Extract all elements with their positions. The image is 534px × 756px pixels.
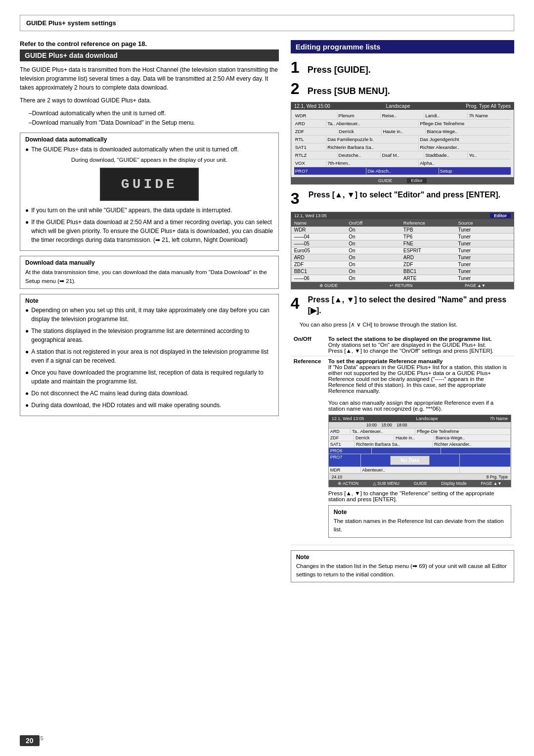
er6-name: ZDF (293, 262, 348, 267)
er3-src: Tuner (457, 241, 512, 246)
s1r2c2: Ta.. Abenteuer.. (326, 120, 419, 127)
s3r2c1: ZDF (329, 435, 354, 441)
s3r1c2: Ta.. Abenteuer.. (351, 428, 415, 434)
guide-display: GUIDE (100, 168, 199, 201)
editor-title-label: Editor (490, 213, 511, 218)
screen-1-date: 12.1, Wed 15:00 (294, 103, 330, 109)
s3r3: SAT1Richterin Barbara Sa..Richter Alexan… (329, 441, 511, 448)
note-bullet-dot-6: ● (25, 401, 29, 410)
dash-item-1: –Download automatically when the unit is… (29, 109, 279, 118)
step-3-container: 3 Press [▲, ▼] to select "Editor" and pr… (291, 189, 514, 208)
note-bullet-dot-4: ● (25, 368, 29, 377)
er7-name: BBC1 (293, 269, 348, 274)
editor-rows: WDR On TPB Tuner ——04 On TP6 Tuner ——05 … (291, 227, 514, 282)
s3r4c2 (372, 448, 442, 454)
s3r6c1: MDR (329, 467, 361, 473)
editor-date: 12.1, Wed 13:05 (294, 213, 327, 218)
note-bullet-5: ●Do not disconnect the AC mains lead dur… (25, 389, 273, 398)
nodata-label: No Data (390, 456, 430, 465)
intro-text: The GUIDE Plus+ data is transmitted from… (20, 65, 279, 92)
editor-row-4: Euro05 On ESPRIT Tuner (291, 247, 514, 254)
step-4-text: Press [▲, ▼] to select the desired "Name… (308, 294, 514, 317)
s3r1c1: ARD (329, 428, 351, 434)
s1r6c3: Dsaf M.. (381, 152, 424, 158)
editor-row-5: ARD On ARD Tuner (291, 254, 514, 261)
s3-bottom-date: 24.10 (332, 474, 342, 479)
s1r1c4: Landi.. (424, 112, 468, 119)
note-bullet-2: ●The stations displayed in the televisio… (25, 327, 273, 344)
s3r3c2: Richterin Barbara Sa.. (355, 441, 433, 447)
step-3-text: Press [▲, ▼] to select "Editor" and pres… (309, 189, 500, 200)
bullet-dot-2: ● (25, 206, 29, 215)
er2-name: ——04 (293, 234, 348, 239)
ways-text: There are 2 ways to download GUIDE Plus+… (20, 96, 279, 105)
er7-ref: BBC1 (402, 269, 457, 274)
editor-row-8: ——06 On ARTE Tuner (291, 275, 514, 282)
er2-src: Tuner (457, 234, 512, 239)
s1r1: WDRPlenumReise..Landi..7h Name (294, 112, 511, 120)
s1r8c1: PRO7 (294, 168, 366, 174)
step-4-container: 4 Press [▲, ▼] to select the desired "Na… (291, 294, 514, 329)
s1r4c2: Das Familienpuzzle b. (326, 136, 419, 142)
s3r6c3 (460, 467, 511, 473)
screen-3-header: 12.1, Wed 13:05 Landscape 7h Name (329, 415, 511, 422)
s1r4c1: RTL (294, 136, 327, 142)
s3f-page: PAGE ▲▼ (481, 481, 501, 486)
two-col-layout: Refer to the control reference on page 1… (20, 40, 514, 587)
s1r8c2: Die Absch.. (366, 168, 439, 174)
s1r3: ZDFDerrickHaute in..Bianca-Wege.. (294, 128, 511, 136)
s1r2: ARDTa.. Abenteuer..Pflege-Die Teilnehme (294, 120, 511, 128)
screen-1-body: WDRPlenumReise..Landi..7h Name ARDTa.. A… (291, 110, 514, 177)
ref-note-box: Note The station names in the Reference … (328, 505, 511, 538)
editor-row-7: BBC1 On BBC1 Tuner (291, 268, 514, 275)
s3-date: 12.1, Wed 13:05 (332, 416, 364, 421)
step-4-row: 4 Press [▲, ▼] to select the desired "Na… (291, 294, 514, 321)
note-bullet-dot-2: ● (25, 327, 29, 335)
s3r3c3: Richter Alexander.. (433, 441, 511, 447)
er3-name: ——05 (293, 241, 348, 246)
onoff-text2: Press [▲, ▼] to change the "On/Off" sett… (328, 348, 493, 354)
er1-name: WDR (293, 227, 348, 233)
s1r3c4: Bianca-Wege.. (426, 128, 511, 135)
editor-row-2: ——04 On TP6 Tuner (291, 234, 514, 240)
onoff-content: To select the stations to be displayed o… (325, 334, 514, 356)
bullet-dot-1: ● (25, 145, 29, 154)
editor-hdr-src: Source (457, 220, 512, 226)
right-column: Editing programme lists 1 Press [GUIDE].… (291, 40, 514, 587)
screen-1: 12.1, Wed 15:00 Landscape Prog. Type All… (291, 102, 514, 185)
screen-3-footer: ⊕ ACTION △ SUB MENU GUIDE Display Mode P… (329, 480, 511, 487)
editor-hdr-ref: Reference (402, 220, 457, 226)
note-title: Note (25, 297, 273, 304)
s1r1c1: WDR (294, 112, 338, 119)
dash-list: –Download automatically when the unit is… (29, 109, 279, 128)
top-section-title: GUIDE Plus+ system settings (26, 19, 116, 27)
s3r4c1: PRO6 (329, 448, 372, 454)
er5-src: Tuner (457, 255, 512, 260)
s3f-display: Display Mode (441, 481, 467, 486)
s3r2c2: Derrick (354, 435, 394, 441)
editor-screen: 12.1, Wed 13:05 Editor Name On/Off Refer… (291, 212, 514, 289)
left-column: Refer to the control reference on page 1… (20, 40, 279, 421)
s1r7c2: 7th-Himm.. (326, 160, 419, 166)
ref-content: To set the appropriate Reference manuall… (325, 356, 514, 545)
s3-t1 (331, 423, 366, 427)
s3r6: MDRAbenteuer.. (329, 467, 511, 473)
s3r5c2: No Data (361, 454, 460, 467)
ref-title: To set the appropriate Reference manuall… (328, 358, 443, 364)
s3-landscape: Landscape (416, 416, 438, 421)
er8-ref: ARTE (402, 276, 457, 281)
s3-bottom-type: 8 Prg. Type (487, 474, 508, 479)
s3r1: ARDTa.. Abenteuer..Pflege-Die Teilnehme (329, 428, 511, 435)
er3-onoff: On (348, 241, 402, 246)
note-bullet-dot-1: ● (25, 306, 29, 315)
screen-1-footer: GUIDE Editor (291, 177, 514, 184)
er2-onoff: On (348, 234, 402, 239)
s3-times: 10:00 15:00 18:00 (366, 423, 509, 427)
page-number: 20 (20, 735, 40, 746)
ef-page: PAGE ▲▼ (465, 283, 486, 288)
screen-3: 12.1, Wed 13:05 Landscape 7h Name 10:00 … (328, 415, 511, 487)
s3-bottom-row: 24.10 8 Prg. Type (329, 473, 511, 480)
er5-onoff: On (348, 255, 402, 260)
er8-name: ——06 (293, 276, 348, 281)
note-bullets-container: ●Depending on when you set up this unit,… (25, 306, 273, 410)
